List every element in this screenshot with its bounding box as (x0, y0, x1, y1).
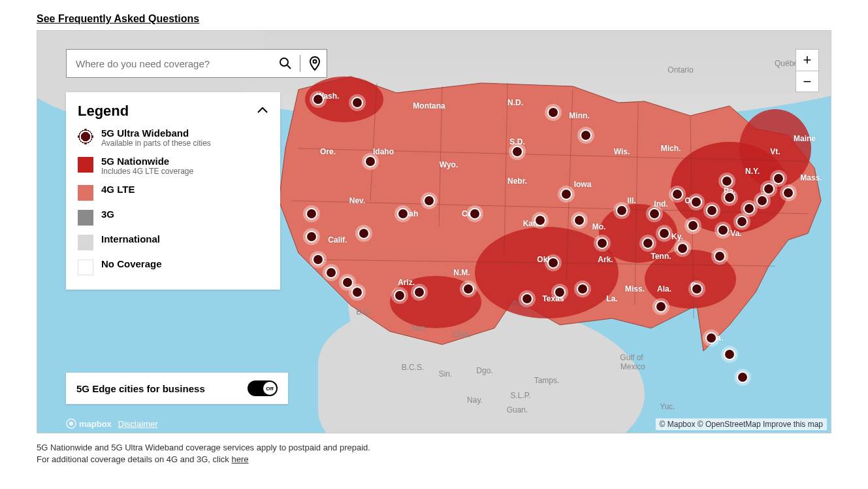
city-5g-uw-marker[interactable] (743, 203, 755, 214)
city-5g-uw-marker[interactable] (737, 371, 748, 383)
city-5g-uw-marker[interactable] (547, 257, 559, 269)
city-5g-uw-marker[interactable] (397, 208, 409, 220)
map-label: N.D. (507, 98, 523, 107)
footer-here-link[interactable]: here (231, 454, 248, 464)
map-label: B.C. (356, 307, 371, 316)
city-5g-uw-marker[interactable] (534, 214, 546, 226)
city-5g-uw-marker[interactable] (714, 250, 726, 262)
chevron-up-icon[interactable] (257, 105, 268, 117)
map-label: Ariz. (398, 278, 415, 287)
svg-point-11 (69, 422, 73, 426)
edge-toggle-label: 5G Edge cities for business (76, 383, 205, 394)
map-label: Va. (730, 229, 741, 238)
city-5g-uw-marker[interactable] (554, 286, 566, 298)
map-label: Guan. (507, 405, 528, 414)
city-5g-uw-marker[interactable] (573, 214, 585, 226)
mapbox-text: mapbox (79, 419, 112, 429)
city-5g-uw-marker[interactable] (717, 224, 729, 236)
city-5g-uw-marker[interactable] (677, 243, 688, 254)
city-5g-uw-marker[interactable] (642, 237, 654, 249)
city-5g-uw-marker[interactable] (756, 195, 768, 207)
legend-label: 3G (101, 209, 114, 220)
city-5g-uw-marker[interactable] (342, 277, 353, 288)
swatch-nocov-icon (78, 260, 93, 275)
city-5g-uw-marker[interactable] (658, 228, 670, 239)
city-5g-uw-marker[interactable] (351, 97, 363, 109)
city-5g-uw-marker[interactable] (547, 107, 559, 118)
map-label: Vt. (770, 147, 780, 156)
city-5g-uw-marker[interactable] (690, 196, 702, 208)
city-5g-uw-marker[interactable] (577, 283, 588, 295)
map-label: La. (606, 294, 617, 303)
city-5g-uw-marker[interactable] (782, 187, 794, 199)
city-5g-uw-marker[interactable] (312, 93, 324, 105)
location-icon[interactable] (303, 56, 327, 71)
city-5g-uw-marker[interactable] (705, 332, 717, 344)
city-5g-uw-marker[interactable] (655, 301, 667, 312)
zoom-out-button[interactable]: − (796, 71, 818, 92)
city-5g-uw-marker[interactable] (596, 237, 608, 249)
city-5g-uw-marker[interactable] (649, 208, 660, 220)
svg-point-9 (313, 60, 317, 63)
edge-toggle[interactable]: Off (248, 380, 278, 396)
swatch-3g-icon (78, 210, 93, 226)
legend-item-5g-nw: 5G NationwideIncludes 4G LTE coverage (78, 156, 268, 176)
map-label: Mexico (620, 362, 645, 371)
legend-item-intl: International (78, 233, 268, 250)
city-5g-uw-marker[interactable] (721, 175, 733, 187)
search-input[interactable] (67, 58, 274, 69)
city-5g-uw-marker[interactable] (773, 173, 784, 184)
legend-sublabel: Available in parts of these cities (101, 139, 211, 148)
legend-title: Legend (78, 103, 129, 120)
city-5g-uw-marker[interactable] (413, 286, 425, 298)
city-5g-uw-marker[interactable] (511, 146, 523, 158)
legend-label: 4G LTE (101, 184, 135, 195)
map-credits-left: mapbox Disclaimer (66, 418, 158, 429)
map-label: Nebr. (507, 177, 527, 186)
faq-link[interactable]: See Frequently Asked Questions (37, 13, 199, 25)
city-5g-uw-marker[interactable] (306, 231, 317, 243)
city-5g-uw-marker[interactable] (687, 220, 699, 231)
divider (300, 55, 300, 72)
footer-line1: 5G Nationwide and 5G Ultra Wideband cove… (37, 442, 370, 454)
city-5g-uw-marker[interactable] (671, 188, 683, 200)
map-label: Son. (411, 324, 428, 333)
map-label: Ill. (627, 196, 635, 205)
zoom-in-button[interactable]: + (796, 50, 818, 71)
city-5g-uw-marker[interactable] (616, 205, 628, 216)
map-label: N.M. (453, 268, 470, 277)
map-label: Wyo. (440, 160, 458, 169)
map-label: Nay. (467, 396, 483, 405)
legend-sublabel: Includes 4G LTE coverage (101, 167, 193, 176)
city-5g-uw-marker[interactable] (358, 228, 370, 239)
disclaimer-link[interactable]: Disclaimer (118, 419, 158, 429)
city-5g-uw-marker[interactable] (706, 205, 718, 216)
footer-line2: For additional coverage details on 4G an… (37, 454, 370, 465)
svg-line-8 (287, 65, 291, 69)
map-attribution[interactable]: © Mapbox © OpenStreetMap Improve this ma… (656, 418, 827, 430)
mapbox-logo[interactable]: mapbox (66, 418, 112, 429)
city-5g-uw-marker[interactable] (364, 156, 376, 167)
city-5g-uw-marker[interactable] (724, 348, 735, 360)
city-5g-uw-marker[interactable] (394, 290, 406, 301)
city-5g-uw-marker[interactable] (691, 283, 703, 295)
map-label: B.C.S. (402, 363, 425, 372)
city-5g-uw-marker[interactable] (462, 283, 474, 295)
city-5g-uw-marker[interactable] (580, 129, 592, 141)
city-5g-uw-marker[interactable] (560, 188, 572, 200)
coverage-map[interactable]: Wash.MontanaN.D.Minn.Ore.IdahoS.D.Wis.Mi… (37, 30, 831, 433)
city-5g-uw-marker[interactable] (423, 195, 435, 207)
city-5g-uw-marker[interactable] (325, 267, 337, 278)
city-5g-uw-marker[interactable] (763, 183, 775, 195)
svg-point-7 (280, 58, 288, 66)
city-5g-uw-marker[interactable] (469, 208, 481, 220)
city-5g-uw-marker[interactable] (351, 286, 363, 298)
legend-item-4glte: 4G LTE (78, 184, 268, 201)
city-5g-uw-marker[interactable] (312, 254, 324, 265)
city-5g-uw-marker[interactable] (521, 293, 533, 305)
city-5g-uw-marker[interactable] (724, 192, 735, 203)
search-icon[interactable] (274, 57, 297, 70)
map-label: Ala. (657, 284, 671, 294)
city-5g-uw-marker[interactable] (736, 216, 748, 228)
city-5g-uw-marker[interactable] (306, 208, 317, 220)
